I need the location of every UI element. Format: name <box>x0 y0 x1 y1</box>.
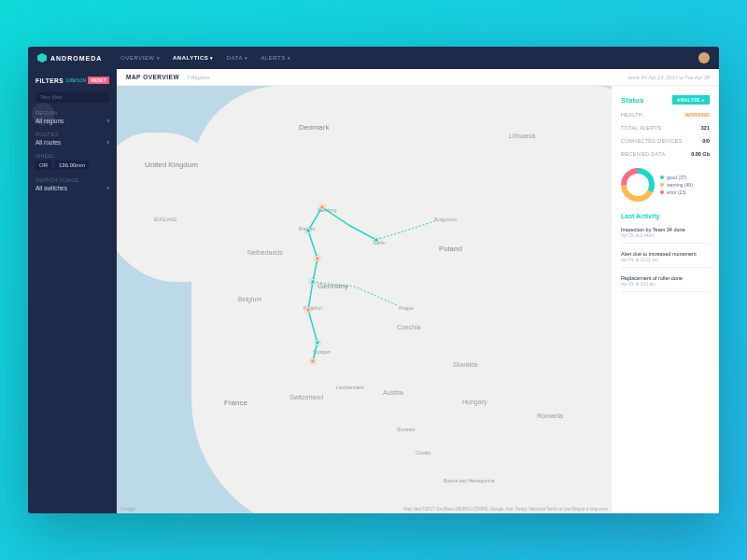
brand-label: ANDROMEDA <box>50 55 102 62</box>
legend-good: good (37) <box>660 175 693 180</box>
filter-switch-guage[interactable]: SWITCH GUAGE All switches› <box>35 177 109 191</box>
page-subtitle: 7 Regions <box>187 75 210 80</box>
map-label: Netherlands <box>247 249 283 256</box>
status-donut: good (37) warning (49) error (23) <box>621 168 710 202</box>
map-label: Hungary <box>462 399 486 405</box>
map-label: Belgium <box>238 296 261 302</box>
map-city-label: Bydgoszcz <box>434 217 457 222</box>
map-label: Slovakia <box>453 361 477 368</box>
map-city-label: Prague <box>399 305 414 311</box>
chevron-down-icon: ▾ <box>245 55 248 61</box>
activity-item[interactable]: Alert due to increased movement Apr 24, … <box>621 251 710 268</box>
stat-health: HEALTH WARNING <box>621 112 710 118</box>
map-node[interactable] <box>319 204 325 210</box>
top-nav: ANDROMEDA OVERVIEW▾ ANALYTICS▾ DATA▾ ALE… <box>28 47 719 69</box>
dot-icon <box>660 183 664 187</box>
map-city-label: Stuttgart <box>313 349 331 355</box>
stat-total-alerts: TOTAL ALERTS 321 <box>621 125 710 131</box>
chevron-right-icon: › <box>107 185 109 191</box>
map-label: Romania <box>537 413 563 419</box>
brand-icon <box>37 53 47 63</box>
map-label: Lithuania <box>509 133 535 139</box>
tab-alerts[interactable]: ALERTS▾ <box>261 55 290 61</box>
body: FILTERS 109/109 RESET Text filter REGION… <box>28 69 719 513</box>
tab-analytics[interactable]: ANALYTICS▾ <box>173 55 214 61</box>
tab-data[interactable]: DATA▾ <box>227 55 248 61</box>
map-label: France <box>224 399 247 407</box>
nav-tabs: OVERVIEW▾ ANALYTICS▾ DATA▾ ALERTS▾ <box>120 55 290 61</box>
filter-wheel[interactable]: WHEEL OR 136.00mm <box>35 153 109 170</box>
wheel-value[interactable]: 136.00mm <box>55 161 89 170</box>
tab-overview[interactable]: OVERVIEW▾ <box>120 55 160 61</box>
map-node[interactable] <box>315 340 320 345</box>
status-header: Status ANALYZE ▸ <box>621 95 710 105</box>
analyze-button[interactable]: ANALYZE ▸ <box>672 95 710 105</box>
legend-error: error (23) <box>660 189 693 195</box>
filters-title: FILTERS <box>35 77 63 84</box>
map-label: Germany <box>317 282 348 290</box>
stat-connected-devices: CONNECTED DEVICES 0/0 <box>621 138 710 144</box>
filter-routes[interactable]: ROUTES All routes› <box>35 132 109 146</box>
filter-region[interactable]: REGION All regions› <box>35 110 109 124</box>
subheader: MAP OVERVIEW 7 Regions since Fri Apr 23,… <box>117 69 719 86</box>
dot-icon <box>660 190 664 194</box>
sidebar: FILTERS 109/109 RESET Text filter REGION… <box>28 69 117 513</box>
filters-count: 109/109 <box>65 77 86 83</box>
region-highlight-icon <box>32 103 54 125</box>
donut-chart <box>621 168 655 202</box>
brand[interactable]: ANDROMEDA <box>37 53 102 63</box>
donut-legend: good (37) warning (49) error (23) <box>660 175 693 195</box>
legend-warning: warning (49) <box>660 182 693 188</box>
reset-button[interactable]: RESET <box>88 77 109 84</box>
main: MAP OVERVIEW 7 Regions since Fri Apr 23,… <box>117 69 719 513</box>
app-window: ANDROMEDA OVERVIEW▾ ANALYTICS▾ DATA▾ ALE… <box>28 47 719 513</box>
map-node[interactable] <box>310 358 316 364</box>
map-label: ENGLAND <box>154 217 176 222</box>
filters-header: FILTERS 109/109 RESET <box>35 77 109 84</box>
page-title: MAP OVERVIEW <box>126 74 179 80</box>
map-label: Poland <box>439 245 462 253</box>
map-label: Liechtenstein <box>336 385 363 390</box>
map-label: Slovenia <box>397 427 415 432</box>
map-label: Czechia <box>397 324 420 330</box>
map-node[interactable] <box>315 256 320 261</box>
chevron-right-icon: › <box>107 118 109 124</box>
dot-icon <box>660 175 664 179</box>
map-node[interactable] <box>305 228 311 233</box>
activity-item[interactable]: Inspection by Team 34 done Apr 25, at 2:… <box>621 227 710 244</box>
map[interactable]: United Kingdom ENGLAND Denmark Netherlan… <box>117 86 612 513</box>
map-label: Austria <box>383 389 403 396</box>
map-attribution-right: Map data ©2017 GeoBasis-DE/BKG (©2009), … <box>403 507 608 511</box>
chevron-right-icon: › <box>107 139 109 146</box>
map-label: United Kingdom <box>145 161 198 169</box>
status-title: Status <box>621 96 643 105</box>
map-node[interactable] <box>305 307 311 313</box>
content: United Kingdom ENGLAND Denmark Netherlan… <box>117 86 719 513</box>
stat-received-data: RECEIVED DATA 0.00 Gb <box>621 151 710 157</box>
map-label: Bosnia and Herzegovina <box>444 478 494 483</box>
map-label: Croatia <box>416 450 430 455</box>
wheel-op[interactable]: OR <box>35 161 51 170</box>
activity-item[interactable]: Replacement of roller done Apr 23, at 3:… <box>621 275 710 292</box>
chevron-down-icon: ▾ <box>288 55 291 61</box>
map-node[interactable] <box>310 279 316 285</box>
chevron-down-icon: ▾ <box>157 55 161 61</box>
map-attribution: Google <box>120 506 135 511</box>
map-label: Denmark <box>299 123 329 132</box>
last-activity-title: Last Activity <box>621 213 710 219</box>
search-input[interactable]: Text filter <box>35 91 109 103</box>
date-range: since Fri Apr 23, 2017 to Tue Apr 28 <box>627 75 710 80</box>
right-panel: Status ANALYZE ▸ HEALTH WARNING TOTAL AL… <box>612 86 719 513</box>
avatar[interactable] <box>698 52 710 63</box>
chevron-down-icon: ▾ <box>210 55 214 61</box>
map-node[interactable] <box>374 237 379 243</box>
map-label: Switzerland <box>289 394 323 400</box>
